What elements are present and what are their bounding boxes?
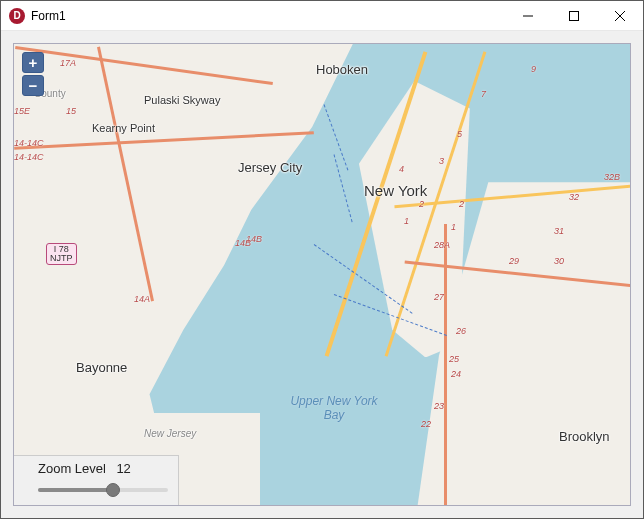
zoom-controls: + − [22, 52, 44, 98]
titlebar[interactable]: D Form1 [1, 1, 643, 31]
app-icon: D [9, 8, 25, 24]
slider-thumb[interactable] [106, 483, 120, 497]
application-window: D Form1 [0, 0, 644, 519]
zoom-level-label: Zoom Level [38, 461, 106, 476]
exit-23: 23 [434, 401, 444, 411]
exit-25: 25 [449, 354, 459, 364]
exit-22: 22 [421, 419, 431, 429]
exit-14-14c2: 14-14C [14, 152, 44, 162]
exit-32b: 32B [604, 172, 620, 182]
map-container: Hoboken Pulaski Skyway Kearny Point Jers… [13, 43, 631, 506]
exit-2b: 2 [459, 199, 464, 209]
label-upper-bay: Upper New York Bay [289, 394, 379, 422]
exit-27: 27 [434, 292, 444, 302]
exit-30: 30 [554, 256, 564, 266]
exit-26: 26 [456, 326, 466, 336]
window-title: Form1 [31, 9, 505, 23]
shield-i78: I 78 NJTP [46, 243, 77, 265]
zoom-out-button[interactable]: − [22, 75, 44, 96]
exit-32: 32 [569, 192, 579, 202]
exit-14b2: 14B [235, 238, 251, 248]
zoom-level-value: 12 [116, 461, 130, 476]
exit-2a: 2 [419, 199, 424, 209]
label-new-york: New York [364, 182, 427, 199]
label-new-jersey: New Jersey [144, 428, 196, 439]
zoom-panel: Zoom Level 12 [14, 455, 179, 505]
label-pulaski: Pulaski Skyway [144, 94, 204, 106]
svg-rect-1 [570, 11, 579, 20]
label-brooklyn: Brooklyn [559, 429, 610, 444]
exit-24: 24 [451, 369, 461, 379]
exit-14a: 14A [134, 294, 150, 304]
map-canvas[interactable]: Hoboken Pulaski Skyway Kearny Point Jers… [14, 44, 630, 505]
window-controls [505, 1, 643, 30]
label-bayonne: Bayonne [76, 360, 127, 375]
label-jersey-city: Jersey City [238, 160, 302, 175]
client-area: Hoboken Pulaski Skyway Kearny Point Jers… [1, 31, 643, 518]
exit-31: 31 [554, 226, 564, 236]
exit-29: 29 [509, 256, 519, 266]
exit-15: 15 [66, 106, 76, 116]
exit-17a: 17A [60, 58, 76, 68]
ferry-route [334, 154, 353, 222]
exit-1a: 1 [404, 216, 409, 226]
exit-15e: 15E [14, 106, 30, 116]
exit-5: 5 [457, 129, 462, 139]
exit-28a: 28A [434, 240, 450, 250]
slider-track-fill [38, 488, 110, 492]
exit-4: 4 [399, 164, 404, 174]
label-kearny: Kearny Point [92, 122, 142, 134]
exit-3: 3 [439, 156, 444, 166]
maximize-button[interactable] [551, 1, 597, 30]
exit-1b: 1 [451, 222, 456, 232]
exit-7: 7 [481, 89, 486, 99]
zoom-slider[interactable] [38, 481, 168, 499]
close-button[interactable] [597, 1, 643, 30]
zoom-in-button[interactable]: + [22, 52, 44, 73]
exit-9: 9 [531, 64, 536, 74]
exit-14-14c: 14-14C [14, 138, 44, 148]
label-hoboken: Hoboken [316, 62, 368, 77]
minimize-button[interactable] [505, 1, 551, 30]
